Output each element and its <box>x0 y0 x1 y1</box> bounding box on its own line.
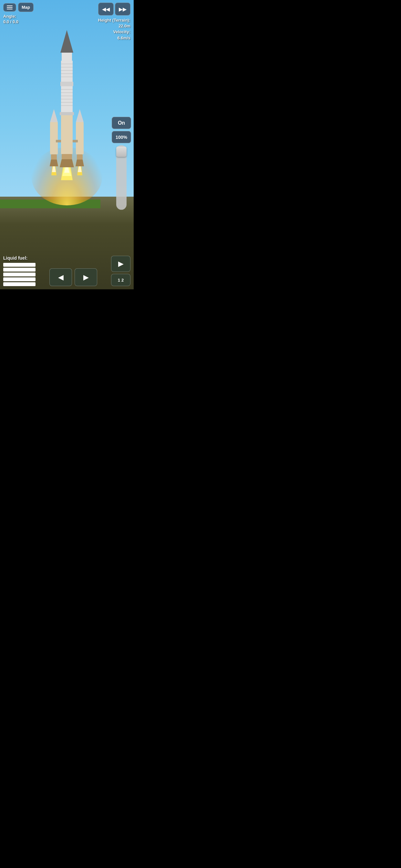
left-connection-ring <box>56 140 61 143</box>
height-label: Height (Terrain): <box>98 18 130 23</box>
map-button[interactable]: Map <box>18 3 34 12</box>
left-arrow-icon: ◀ <box>58 273 64 282</box>
angle-label: Angle: <box>3 14 16 19</box>
fuel-bar-2 <box>3 268 35 272</box>
right-connection-ring <box>73 140 78 143</box>
angle-value: 0.0 / 0.0 <box>3 20 19 24</box>
hamburger-menu-button[interactable] <box>3 3 16 11</box>
bottom-ui-bar: Liquid fuel: ◀ ▶ ▶ 1 2 <box>0 252 134 289</box>
right-arrow-icon: ▶ <box>83 273 89 282</box>
rocket-upper-body <box>62 53 72 61</box>
telemetry-display: Height (Terrain): 22.0m Velocity: 6.6m/s <box>98 18 130 41</box>
right-bottom-controls: ▶ 1 2 <box>111 256 130 286</box>
center-nozzle <box>60 159 74 167</box>
top-ui-bar: Map Angle: 0.0 / 0.0 ◀◀ ▶▶ Height (Terra… <box>0 0 134 43</box>
stage-button[interactable]: 1 2 <box>111 274 130 286</box>
left-booster-engine <box>51 154 57 159</box>
right-booster-engine <box>77 154 83 159</box>
steer-right-button[interactable]: ▶ <box>74 268 97 286</box>
direction-controls: ◀ ▶ <box>50 268 97 286</box>
fuel-label: Liquid fuel: <box>3 255 35 260</box>
throttle-handle[interactable] <box>116 147 127 157</box>
fuel-bar-4 <box>3 277 35 281</box>
rocket-mid-connector <box>60 82 73 86</box>
fastforward-icon: ▶▶ <box>119 6 127 12</box>
engine-on-button[interactable]: On <box>112 117 131 129</box>
top-right-controls: ◀◀ ▶▶ Height (Terrain): 22.0m Velocity: … <box>98 3 130 41</box>
throttle-slider[interactable] <box>116 145 127 210</box>
right-booster-body <box>76 122 84 154</box>
velocity-value: 6.6m/s <box>118 35 130 40</box>
fuel-bar-3 <box>3 273 35 276</box>
right-booster-nozzle <box>75 159 84 166</box>
hamburger-icon <box>7 5 12 9</box>
center-engine <box>62 154 72 159</box>
center-lower-body <box>61 115 73 154</box>
menu-row: Map <box>3 3 34 12</box>
rocket-lower-separator <box>60 112 74 115</box>
fuel-display: Liquid fuel: <box>3 255 35 286</box>
rocket-visual <box>35 27 99 214</box>
left-booster-body <box>50 122 58 154</box>
height-value: 22.0m <box>119 24 130 28</box>
fuel-bar-5 <box>3 282 35 286</box>
steer-left-button[interactable]: ◀ <box>50 268 72 286</box>
throttle-percent-button[interactable]: 100% <box>112 131 131 144</box>
rewind-button[interactable]: ◀◀ <box>98 3 114 16</box>
play-button[interactable]: ▶ <box>111 256 130 272</box>
top-left-controls: Map Angle: 0.0 / 0.0 <box>3 3 34 25</box>
play-icon: ▶ <box>118 259 124 268</box>
game-container: Map Angle: 0.0 / 0.0 ◀◀ ▶▶ Height (Terra… <box>0 0 134 289</box>
speed-buttons: ◀◀ ▶▶ <box>98 3 130 16</box>
left-booster-nozzle <box>50 159 58 166</box>
right-side-controls: On 100% <box>112 117 131 210</box>
stage-1-label: 1 <box>118 278 120 283</box>
angle-display: Angle: 0.0 / 0.0 <box>3 14 34 25</box>
stage-2-label: 2 <box>121 278 124 283</box>
rewind-icon: ◀◀ <box>102 6 110 12</box>
fastforward-button[interactable]: ▶▶ <box>115 3 130 16</box>
fuel-bar-1 <box>3 263 35 267</box>
velocity-label: Velocity: <box>113 29 130 34</box>
right-booster-nose <box>76 109 84 122</box>
left-booster-nose <box>50 109 58 122</box>
